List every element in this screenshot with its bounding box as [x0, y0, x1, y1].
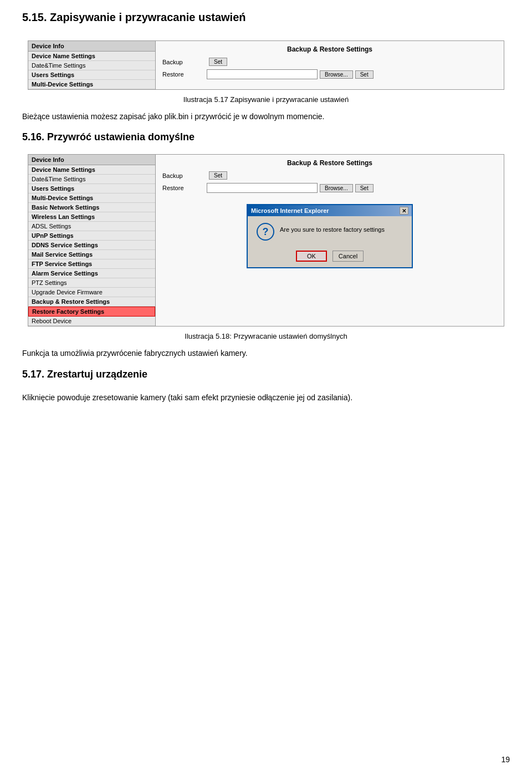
- dialog-body: ? Are you sure to restore factory settin…: [248, 216, 412, 247]
- restore-input-2[interactable]: [207, 183, 318, 193]
- sidebar-item2-alarm[interactable]: Alarm Service Settings: [28, 269, 155, 278]
- page-title: 5.15. Zapisywanie i przywracanie ustawie…: [22, 11, 510, 24]
- sidebar-header-2: Device Info: [28, 155, 155, 165]
- sidebar-item-users[interactable]: Users Settings: [28, 70, 155, 80]
- restore-row: Restore Browse... Set: [162, 69, 497, 79]
- backup-row-2: Backup Set: [162, 171, 497, 180]
- sidebar-item2-ddns[interactable]: DDNS Service Settings: [28, 241, 155, 250]
- sidebar-1: Device Info Device Name Settings Date&Ti…: [28, 41, 156, 89]
- dialog-ok-button[interactable]: OK: [296, 251, 327, 262]
- sidebar-item-datetime[interactable]: Date&Time Settings: [28, 61, 155, 70]
- browse-button-1[interactable]: Browse...: [320, 70, 353, 79]
- dialog-message: Are you sure to restore factory settings: [280, 223, 385, 233]
- section-16-title: 5.16. Przywróć ustawienia domyślne: [22, 131, 510, 143]
- backup-label: Backup: [162, 59, 207, 65]
- body-text-2: Funkcja ta umożliwia przywrócenie fabryc…: [22, 347, 510, 359]
- body-text-3: Kliknięcie powoduje zresetowanie kamery …: [22, 391, 510, 404]
- sidebar-item2-restore-factory[interactable]: Restore Factory Settings: [28, 307, 155, 317]
- set-button-1[interactable]: Set: [209, 58, 227, 66]
- dialog-titlebar: Microsoft Internet Explorer ✕: [248, 205, 412, 216]
- sidebar-item2-firmware[interactable]: Upgrade Device Firmware: [28, 288, 155, 297]
- browse-button-2[interactable]: Browse...: [320, 184, 353, 192]
- sidebar-item2-ptz[interactable]: PTZ Settings: [28, 278, 155, 288]
- restore-label-2: Restore: [162, 185, 207, 191]
- body-text-1: Bieżące ustawienia możesz zapisać jako p…: [22, 110, 510, 123]
- sidebar-item2-basic-network[interactable]: Basic Network Settings: [28, 203, 155, 212]
- sidebar-item2-mail[interactable]: Mail Service Settings: [28, 250, 155, 259]
- main-title-2: Backup & Restore Settings: [162, 159, 497, 167]
- restore-label: Restore: [162, 71, 207, 78]
- sidebar-item2-datetime[interactable]: Date&Time Settings: [28, 175, 155, 184]
- caption-2: Ilustracja 5.18: Przywracanie ustawień d…: [22, 332, 510, 340]
- dialog-question-icon: ?: [257, 223, 274, 241]
- device-ui-2: Device Info Device Name Settings Date&Ti…: [28, 154, 504, 327]
- body-text-1a: Bieżące ustawienia możesz zapisać jako p…: [22, 112, 176, 121]
- device-ui-1: Device Info Device Name Settings Date&Ti…: [28, 40, 504, 90]
- dialog-buttons: OK Cancel: [248, 247, 412, 267]
- dialog-title: Microsoft Internet Explorer: [251, 207, 329, 214]
- set-button-2[interactable]: Set: [355, 70, 374, 79]
- set-button-4[interactable]: Set: [355, 184, 374, 192]
- sidebar-item2-wireless[interactable]: Wireless Lan Settings: [28, 212, 155, 222]
- dialog-box: Microsoft Internet Explorer ✕ ? Are you …: [247, 204, 413, 268]
- caption-1: Ilustracja 5.17 Zapisywanie i przywracan…: [22, 95, 510, 104]
- sidebar-2: Device Info Device Name Settings Date&Ti…: [28, 155, 156, 326]
- set-button-3[interactable]: Set: [209, 171, 227, 180]
- sidebar-item2-users[interactable]: Users Settings: [28, 184, 155, 193]
- main-content-1: Backup & Restore Settings Backup Set Res…: [156, 41, 504, 89]
- backup-label-2: Backup: [162, 172, 207, 179]
- sidebar-item2-multidevice[interactable]: Multi-Device Settings: [28, 193, 155, 203]
- sidebar-item-multidevice[interactable]: Multi-Device Settings: [28, 80, 155, 89]
- page-number: 19: [501, 755, 510, 764]
- body-text-1b: .bin i przywrócić je w dowolnym momencie…: [176, 112, 325, 121]
- restore-input[interactable]: [207, 69, 318, 79]
- sidebar-item2-adsl[interactable]: ADSL Settings: [28, 222, 155, 231]
- sidebar-item2-backup[interactable]: Backup & Restore Settings: [28, 297, 155, 307]
- sidebar-header-1: Device Info: [28, 41, 155, 52]
- dialog-cancel-button[interactable]: Cancel: [332, 251, 364, 262]
- dialog-close-button[interactable]: ✕: [400, 207, 408, 215]
- main-title-1: Backup & Restore Settings: [162, 45, 497, 53]
- restore-row-2: Restore Browse... Set: [162, 183, 497, 193]
- sidebar-item-device-name[interactable]: Device Name Settings: [28, 52, 155, 61]
- main-content-2: Backup & Restore Settings Backup Set Res…: [156, 155, 504, 326]
- backup-row: Backup Set: [162, 58, 497, 66]
- sidebar-item2-device-name[interactable]: Device Name Settings: [28, 165, 155, 175]
- sidebar-item2-upnp[interactable]: UPnP Settings: [28, 231, 155, 241]
- sidebar-item2-ftp[interactable]: FTP Service Settings: [28, 259, 155, 269]
- sidebar-item2-reboot[interactable]: Reboot Device: [28, 317, 155, 326]
- section-17-title: 5.17. Zrestartuj urządzenie: [22, 369, 510, 380]
